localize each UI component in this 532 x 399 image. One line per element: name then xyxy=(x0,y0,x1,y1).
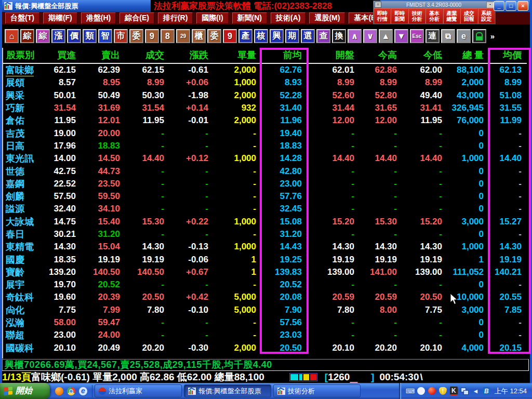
menu-taiwan-market[interactable]: 台盤(T) xyxy=(5,12,39,24)
menu-international[interactable]: 國際(I) xyxy=(196,12,228,24)
last-page-icon[interactable]: ▼ xyxy=(394,29,408,43)
table-row[interactable]: 劍麟57.5059.50---57.76---0- xyxy=(3,190,527,203)
menu-futures-options[interactable]: 期權(F) xyxy=(43,12,77,24)
task-ferrari-winner[interactable]: 法拉利贏家 xyxy=(95,384,182,397)
stock-name[interactable]: 國慶 xyxy=(3,253,44,265)
table-row[interactable]: 春日30.2131.20---31.20---0- xyxy=(3,228,527,241)
network-icon[interactable] xyxy=(461,387,469,395)
stock-code-input[interactable]: 1260 xyxy=(328,371,350,383)
smart-icon[interactable]: 智 xyxy=(98,29,112,43)
stock-name[interactable]: 尙化 xyxy=(3,304,44,316)
mini-btn-industry-overview[interactable]: 產業總覽 xyxy=(443,8,460,24)
stock-name[interactable]: 謚源 xyxy=(3,203,44,215)
table-row[interactable]: 吉茂19.0020.00---19.40---0- xyxy=(3,127,527,139)
stock-name[interactable]: 劍麟 xyxy=(3,190,44,203)
composite-purple-icon[interactable]: 綜 xyxy=(36,29,50,43)
hide-tray-icons-chevron[interactable]: ‹ xyxy=(417,387,425,395)
select-icon[interactable]: 選 xyxy=(301,29,315,43)
security-shield-icon[interactable]: ! xyxy=(439,387,447,395)
volume-icon[interactable]: ◄ xyxy=(472,387,480,395)
menu-news[interactable]: 新聞(N) xyxy=(232,12,267,24)
stock-name[interactable]: 巧新 xyxy=(3,102,44,114)
table-row[interactable]: 嘉鋼22.5223.50---23.00---0- xyxy=(3,178,527,190)
menu-hk-market[interactable]: 港盤(H) xyxy=(81,12,116,24)
stock-name[interactable]: 世德 xyxy=(3,165,44,177)
menu-technical[interactable]: 技術(A) xyxy=(271,12,305,24)
quicklaunch-browser-icon[interactable] xyxy=(55,387,63,395)
mini-btn-technical-analysis[interactable]: 技術分析 xyxy=(408,8,425,24)
table-row[interactable]: 富味鄉62.1562.3962.15-0.612,00062.7662.0162… xyxy=(3,63,527,76)
table-row[interactable]: 世德42.7544.73---42.80---0- xyxy=(3,165,527,177)
bid-board-2-icon[interactable]: 委 xyxy=(207,29,221,43)
table-row[interactable]: 謚源32.4034.10---32.45---0- xyxy=(3,203,527,215)
table-row[interactable]: 奇鈦科19.6020.3920.50+0.425,00020.0820.5920… xyxy=(3,291,527,303)
table-row[interactable]: 倉佑11.9512.0111.95-0.012,00011.9612.0012.… xyxy=(3,114,527,127)
switch-window-icon[interactable]: ⧉ xyxy=(441,29,455,43)
ie-browser-icon[interactable]: e xyxy=(457,29,471,43)
table-row[interactable]: 東精電14.3015.0414.30-0.131,00014.4314.3014… xyxy=(3,241,527,253)
query-icon[interactable]: 查 xyxy=(316,29,330,43)
stock-name[interactable]: 聯超 xyxy=(3,329,44,341)
menu-ranking[interactable]: 排行(R) xyxy=(158,12,193,24)
table-row[interactable]: 國碳科20.1020.4920.20-0.302,00020.5020.1020… xyxy=(3,342,527,354)
verify-icon[interactable]: 核 xyxy=(254,29,268,43)
minimize-button[interactable]: _ xyxy=(494,1,504,11)
kaspersky-icon[interactable]: K xyxy=(450,387,458,395)
stock-name[interactable]: 東光訊 xyxy=(3,152,44,165)
overflow-chevrons-icon[interactable]: » xyxy=(488,29,497,43)
stock-name[interactable]: 日高 xyxy=(3,140,44,152)
bid-board-icon[interactable]: 委 xyxy=(129,29,143,43)
stock-name[interactable]: 春日 xyxy=(3,228,44,241)
bluetooth-icon[interactable]: B xyxy=(483,387,490,395)
task-quote-window[interactable]: 報價:興櫃盤全部股票 xyxy=(184,384,271,397)
page-9-icon[interactable]: 9 xyxy=(145,29,159,43)
page-up-icon[interactable]: ∧ xyxy=(348,29,362,43)
industry-icon[interactable]: 產 xyxy=(238,29,252,43)
futures-icon[interactable]: 期 xyxy=(285,29,299,43)
link-icon[interactable]: 連 xyxy=(425,29,440,43)
stock-name[interactable]: 倉佑 xyxy=(3,114,44,127)
stock-name[interactable]: 奇鈦科 xyxy=(3,291,44,303)
menu-composite[interactable]: 綜合(E) xyxy=(119,12,154,24)
mini-btn-system-settings[interactable]: 系統設定 xyxy=(478,8,495,24)
table-row[interactable]: 寶齡139.20140.50140.50+0.671139.83139.0014… xyxy=(3,266,527,278)
swap-icon[interactable]: 換 xyxy=(332,29,346,43)
table-row[interactable]: 大詠城14.7515.4015.30+0.221,00015.0815.2015… xyxy=(3,216,527,228)
stock-name[interactable]: 富味鄉 xyxy=(3,63,44,76)
stock-name[interactable]: 展頌 xyxy=(3,76,44,89)
close-button[interactable]: × xyxy=(517,1,528,11)
page-8-icon[interactable]: 8 xyxy=(161,29,175,43)
keyboard-layout-icon[interactable]: ⌨ xyxy=(406,387,414,395)
composite-red-icon[interactable]: 綜 xyxy=(20,29,34,43)
table-row[interactable]: 東光訊14.0014.5014.40+0.121,00014.2814.4014… xyxy=(3,152,527,165)
home-icon[interactable]: ⌂ xyxy=(5,29,19,43)
otc-board-icon[interactable]: 櫃 xyxy=(192,29,206,43)
page-29-icon[interactable]: 29 xyxy=(176,29,190,43)
start-button[interactable]: 開始 xyxy=(0,383,50,399)
price-icon[interactable]: 價 xyxy=(67,29,81,43)
mini-btn-fundamental-analysis[interactable]: 基本分析 xyxy=(425,8,443,24)
table-row[interactable]: 日高17.9618.83---18.83---0- xyxy=(3,140,527,152)
table-row[interactable]: 展頌8.578.958.99+0.061,0008.938.998.998.99… xyxy=(3,76,527,89)
table-row[interactable]: 尙化7.757.997.80-0.105,0007.907.808.007.75… xyxy=(3,304,527,316)
stock-name[interactable]: 展宇 xyxy=(3,278,44,291)
mini-btn-trade-report[interactable]: 成交回報 xyxy=(460,8,477,24)
mini-btn-realtime-news[interactable]: 即時新聞 xyxy=(391,8,408,24)
esc-icon[interactable]: Esc xyxy=(410,29,424,43)
quicklaunch-ie-icon[interactable]: e xyxy=(79,387,87,395)
mini-btn-realtime-quote[interactable]: 即時行情 xyxy=(374,8,391,24)
stock-name[interactable]: 嘉鋼 xyxy=(3,178,44,190)
fmidst-system-menu-icon[interactable]: = xyxy=(375,2,381,8)
table-row[interactable]: 聯超23.0024.00---23.03---0- xyxy=(3,329,527,341)
stock-name[interactable]: 國碳科 xyxy=(3,342,44,354)
quicklaunch-chrome-icon[interactable] xyxy=(67,387,75,395)
market-board-icon[interactable]: 市 xyxy=(114,29,128,43)
stock-name[interactable]: 東精電 xyxy=(3,241,44,253)
advance-icon[interactable]: 漲 xyxy=(51,29,65,43)
restore-button[interactable]: □ xyxy=(506,1,516,11)
first-page-icon[interactable]: ▲ xyxy=(379,29,393,43)
stock-name[interactable]: 泓瀚 xyxy=(3,316,44,329)
table-row[interactable]: 泓瀚58.0059.47---57.56---0- xyxy=(3,316,527,329)
table-row[interactable]: 展宇19.7020.52---20.52---0- xyxy=(3,278,527,291)
table-row[interactable]: 巧新31.5431.6931.54+0.1493231.4031.4431.65… xyxy=(3,102,527,114)
